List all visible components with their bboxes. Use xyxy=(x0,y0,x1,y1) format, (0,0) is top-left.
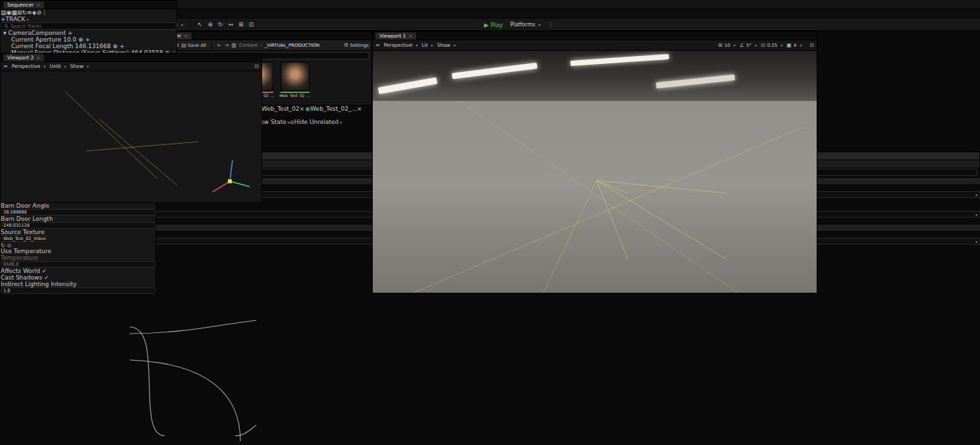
light-lines xyxy=(1,78,207,201)
viewport-2-panel: Viewport 2× ≡ Perspective▾ Unlit▾ Show▾ … xyxy=(0,53,262,203)
light-property-row: Barn Door Angle 39,599998 xyxy=(1,202,155,216)
temperature-value[interactable]: 6500,0 xyxy=(1,261,155,268)
scale-icon[interactable]: ↔ xyxy=(226,21,236,28)
sequencer-tabbar: Sequencer× xyxy=(1,1,177,9)
asset-tile[interactable]: Web_Test_02_Video_Mat xyxy=(279,62,311,98)
back-icon[interactable]: ← xyxy=(217,43,222,48)
asset-editor-tab[interactable]: ◉Web_Test_02× xyxy=(256,105,304,112)
grid-snap-icon[interactable]: ⊞ xyxy=(236,21,246,28)
save-all-button[interactable]: ▤Save All xyxy=(181,43,206,48)
add-section-icon[interactable]: + xyxy=(85,36,90,43)
more-icon[interactable]: ⋮ xyxy=(548,22,553,28)
track-row-item[interactable]: Current Focal Length 146.131668 ⊕ + xyxy=(1,43,177,49)
snap-controls: ⊞10▾∠5°▾⊡0.25▾▣4▾ xyxy=(718,43,802,48)
viewport-options-icon[interactable]: ≡ xyxy=(3,64,8,69)
close-tab-icon[interactable]: × xyxy=(357,105,362,112)
use-temperature-row: Use Temperature xyxy=(1,248,155,254)
lit-dropdown[interactable]: Lit▾ xyxy=(422,42,433,48)
viewport-2-scene[interactable] xyxy=(1,71,261,202)
viewport-2-tabbar: Viewport 2× xyxy=(1,53,261,62)
asset-thumbnail xyxy=(281,62,310,91)
forward-icon[interactable]: → xyxy=(225,43,229,48)
viewport-2-tab[interactable]: Viewport 2× xyxy=(3,53,45,61)
refresh-icon[interactable]: ↻ xyxy=(22,9,27,16)
viewport-options-icon[interactable]: ≡ xyxy=(375,43,380,48)
perspective-dropdown[interactable]: Perspective▾ xyxy=(12,63,45,69)
cast-shadows-checkbox[interactable]: ✓ xyxy=(44,274,49,281)
close-tab-icon[interactable]: × xyxy=(408,34,412,39)
indirect-lighting-value[interactable]: 1,0 xyxy=(1,287,155,294)
viewport-2-toolbar: ≡ Perspective▾ Unlit▾ Show▾ ⊡ xyxy=(1,62,261,71)
add-section-icon[interactable]: + xyxy=(68,30,73,36)
viewport-1-tab[interactable]: Viewport 1× xyxy=(375,32,417,40)
platforms-button[interactable]: Platforms▾ xyxy=(507,20,544,29)
cone-shadow xyxy=(1,71,74,78)
show-dropdown[interactable]: Show▾ xyxy=(70,63,89,69)
viewport-1-tabbar: Viewport 1× xyxy=(373,32,817,40)
show-dropdown[interactable]: Show▾ xyxy=(437,42,455,48)
add-keyframe-icon[interactable]: ⊕ xyxy=(113,43,118,49)
y-axis-arrow xyxy=(230,181,250,187)
perspective-dropdown[interactable]: Perspective▾ xyxy=(384,42,418,48)
play-button[interactable]: ▶Play xyxy=(484,22,503,28)
viewport-1-scene[interactable]: 24.00 FPS41.66 ms 0026 ▾ 9022 |◀◀◀◀▶▶▶▶|… xyxy=(373,51,817,293)
temperature-row: Temperature 6500,0 xyxy=(1,254,155,268)
track-row: +TRACK▾ Search Tracks xyxy=(1,16,177,30)
breadcrumb-current[interactable]: _VIRTUAL_PRODUCTION xyxy=(265,43,319,48)
scale-snap-value[interactable]: ⊡0.25▾ xyxy=(761,43,782,48)
close-tab-icon[interactable]: × xyxy=(36,3,40,8)
gizmo-center xyxy=(228,179,232,183)
sequencer-tab[interactable]: Sequencer× xyxy=(3,1,45,9)
track-row-item[interactable]: Current Aperture 10.0 ⊕ + xyxy=(1,36,177,43)
z-axis-arrow xyxy=(230,160,232,181)
camera-speed-value[interactable]: ▣4▾ xyxy=(786,43,802,48)
transform-tools: ↖⊕↻↔⊞⊡ xyxy=(195,21,256,28)
close-tab-icon[interactable]: × xyxy=(184,34,188,39)
transform-gizmo[interactable] xyxy=(209,155,261,201)
move-icon[interactable]: ⊕ xyxy=(205,21,216,28)
save-icon[interactable]: ▤ xyxy=(1,9,7,16)
asset-editor-tab[interactable]: ◉Web_Test_02_...× xyxy=(305,105,362,112)
viewport-1-panel: Viewport 1× ≡ Perspective▾ Lit▾ Show▾ ⊞1… xyxy=(372,31,817,293)
select-icon[interactable]: ↖ xyxy=(195,21,205,28)
light-property-value[interactable]: 249,031128 xyxy=(1,222,155,229)
grid-snap-value[interactable]: ⊞10▾ xyxy=(718,43,736,48)
track-row-item[interactable]: ▾ CameraComponent + xyxy=(1,30,177,36)
play-icon: ▶ xyxy=(484,22,489,28)
floor xyxy=(373,226,817,293)
add-keyframe-icon[interactable]: ⊕ xyxy=(78,36,84,43)
breadcrumb-root[interactable]: Content xyxy=(239,43,258,48)
play-controls: ▶Play Platforms▾ ⋮ xyxy=(484,18,553,31)
unreal-editor-window: U FileEditWindowToolsBuildHelp ▤ Aa_Main… xyxy=(0,0,980,445)
add-track-button[interactable]: +TRACK▾ xyxy=(1,16,28,22)
sequencer-toolbar: ▤◉▦⊞↻≡◈⊘⋮ xyxy=(1,9,177,16)
unlit-dropdown[interactable]: Unlit▾ xyxy=(49,63,66,69)
render-movie-icon[interactable]: ▦ xyxy=(11,9,17,16)
surface-snap-icon[interactable]: ⊡ xyxy=(246,21,257,28)
light-property-row: Barn Door Length 249,031128 xyxy=(1,216,155,229)
x-axis-arrow xyxy=(213,181,230,192)
cast-shadows-row: Cast Shadows ✓ xyxy=(1,274,155,281)
affects-world-row: Affects World ✓ xyxy=(1,268,155,274)
settings-button[interactable]: ⚙ Settings xyxy=(344,43,369,48)
ceiling xyxy=(373,51,817,101)
viewport-1-toolbar: ≡ Perspective▾ Lit▾ Show▾ ⊞10▾∠5°▾⊡0.25▾… xyxy=(373,40,817,51)
light-property-value[interactable]: 39,599998 xyxy=(1,209,155,216)
close-tab-icon[interactable]: × xyxy=(36,55,40,61)
folder-icon: ▥ xyxy=(231,43,236,48)
rotate-icon[interactable]: ↻ xyxy=(215,21,226,28)
filter-icon[interactable]: ⊘ xyxy=(36,9,41,16)
save-icon: ▤ xyxy=(181,43,186,48)
add-section-icon[interactable]: + xyxy=(119,43,124,49)
hide-unrelated-button[interactable]: ⊘Hide Unrelated▾ xyxy=(290,119,342,125)
more-options-icon[interactable]: ⋮ xyxy=(41,9,47,16)
playback-options-icon[interactable]: ≡ xyxy=(27,9,32,16)
maximize-icon[interactable]: ⊡ xyxy=(809,43,814,48)
source-texture-row: Source Texture Web_Test_02_Video▾ xyxy=(1,229,155,242)
maximize-icon[interactable]: ⊡ xyxy=(254,64,259,69)
affects-world-checkbox[interactable]: ✓ xyxy=(42,268,47,274)
source-texture-dropdown[interactable]: Web_Test_02_Video▾ xyxy=(1,235,47,242)
track-search-input[interactable]: Search Tracks xyxy=(1,22,177,30)
rotation-snap-value[interactable]: ∠5°▾ xyxy=(740,43,757,48)
close-tab-icon[interactable]: × xyxy=(300,105,305,112)
